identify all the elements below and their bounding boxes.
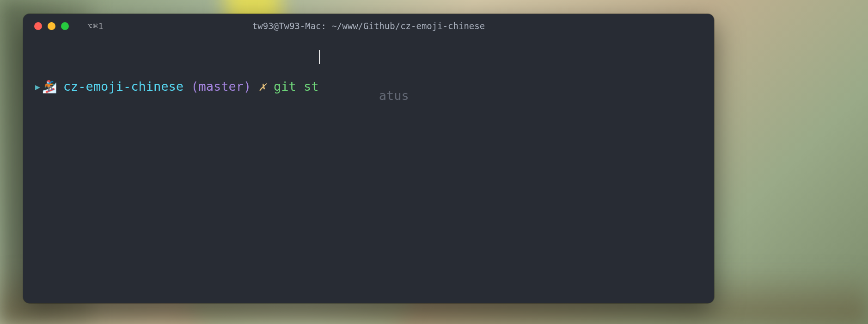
prompt-branch-name: master (198, 77, 244, 96)
command-suggestion-text: atus (379, 88, 409, 103)
close-button[interactable] (34, 22, 42, 30)
prompt-branch-open: ( (183, 77, 199, 96)
prompt-line: ▶ 🏂 cz-emoji-chinese ( master ) ✗ git st… (35, 49, 702, 124)
prompt-arrow-icon: ▶ (35, 81, 40, 93)
title-bar[interactable]: ⌥⌘1 tw93@Tw93-Mac: ~/www/Github/cz-emoji… (23, 14, 714, 38)
traffic-lights (34, 22, 69, 30)
prompt-directory: cz-emoji-chinese (63, 77, 183, 96)
maximize-button[interactable] (61, 22, 69, 30)
tab-shortcut-indicator: ⌥⌘1 (87, 21, 104, 31)
minimize-button[interactable] (48, 22, 55, 30)
text-cursor (319, 50, 320, 64)
window-title: tw93@Tw93-Mac: ~/www/Github/cz-emoji-chi… (252, 21, 485, 31)
terminal-body[interactable]: ▶ 🏂 cz-emoji-chinese ( master ) ✗ git st… (23, 38, 714, 135)
prompt-separator (266, 77, 274, 96)
prompt-emoji-icon: 🏂 (42, 78, 57, 96)
prompt-dirty-status-icon: ✗ (259, 77, 266, 96)
command-typed[interactable]: git st (274, 77, 319, 96)
command-autosuggestion[interactable]: atus (319, 49, 409, 124)
terminal-window: ⌥⌘1 tw93@Tw93-Mac: ~/www/Github/cz-emoji… (23, 14, 714, 303)
prompt-branch-close: ) (244, 77, 259, 96)
